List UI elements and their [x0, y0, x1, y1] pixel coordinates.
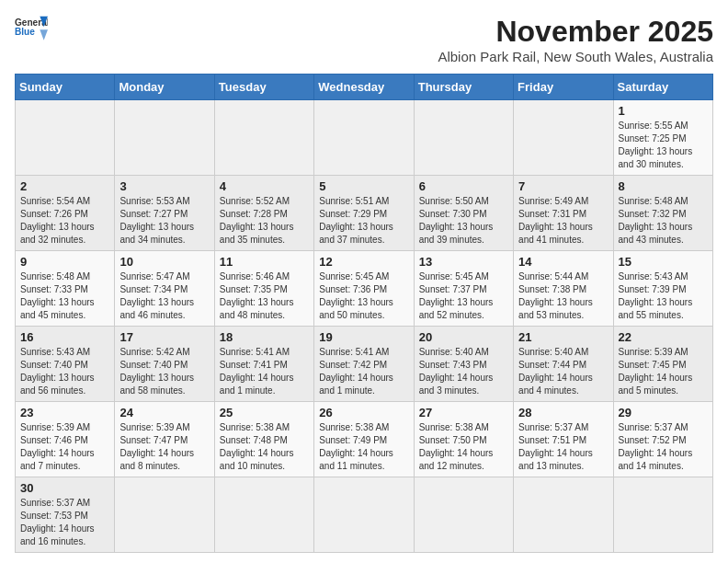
- day-number: 18: [220, 330, 309, 344]
- calendar-cell: 18Sunrise: 5:41 AM Sunset: 7:41 PM Dayli…: [214, 327, 313, 402]
- calendar-cell: [214, 477, 313, 553]
- weekday-header-saturday: Saturday: [613, 75, 712, 100]
- day-info: Sunrise: 5:48 AM Sunset: 7:33 PM Dayligh…: [20, 270, 109, 322]
- day-number: 30: [20, 481, 109, 495]
- weekday-header-monday: Monday: [115, 75, 214, 100]
- day-number: 20: [419, 330, 508, 344]
- logo: General Blue: [15, 15, 48, 40]
- calendar-cell: [613, 477, 712, 553]
- calendar-cell: [414, 477, 513, 553]
- day-info: Sunrise: 5:49 AM Sunset: 7:31 PM Dayligh…: [518, 195, 608, 247]
- day-info: Sunrise: 5:55 AM Sunset: 7:25 PM Dayligh…: [619, 120, 708, 171]
- day-number: 26: [319, 406, 408, 419]
- day-info: Sunrise: 5:50 AM Sunset: 7:30 PM Dayligh…: [419, 195, 508, 247]
- title-block: November 2025 Albion Park Rail, New Sout…: [438, 15, 713, 64]
- calendar-cell: [115, 100, 214, 176]
- day-info: Sunrise: 5:51 AM Sunset: 7:29 PM Dayligh…: [319, 195, 408, 247]
- calendar-cell: [414, 100, 513, 176]
- calendar-cell: [16, 100, 115, 176]
- calendar-week-6: 30Sunrise: 5:37 AM Sunset: 7:53 PM Dayli…: [16, 477, 713, 553]
- calendar-cell: [514, 477, 613, 553]
- calendar-cell: [115, 477, 214, 553]
- calendar-cell: 14Sunrise: 5:44 AM Sunset: 7:38 PM Dayli…: [514, 251, 613, 327]
- weekday-header-thursday: Thursday: [414, 75, 513, 100]
- header: General Blue November 2025 Albion Park R…: [15, 15, 713, 64]
- calendar-cell: [514, 100, 613, 176]
- day-number: 6: [419, 179, 508, 193]
- day-info: Sunrise: 5:48 AM Sunset: 7:32 PM Dayligh…: [619, 195, 708, 247]
- day-info: Sunrise: 5:41 AM Sunset: 7:41 PM Dayligh…: [220, 346, 309, 397]
- weekday-header-tuesday: Tuesday: [214, 75, 313, 100]
- page-wrapper: General Blue November 2025 Albion Park R…: [15, 15, 713, 553]
- day-number: 14: [518, 255, 608, 269]
- calendar-cell: 13Sunrise: 5:45 AM Sunset: 7:37 PM Dayli…: [414, 251, 513, 327]
- calendar-cell: 24Sunrise: 5:39 AM Sunset: 7:47 PM Dayli…: [115, 402, 214, 477]
- day-info: Sunrise: 5:41 AM Sunset: 7:42 PM Dayligh…: [319, 346, 408, 397]
- day-number: 21: [518, 330, 608, 344]
- day-number: 13: [419, 255, 508, 269]
- day-info: Sunrise: 5:38 AM Sunset: 7:48 PM Dayligh…: [220, 421, 309, 473]
- day-info: Sunrise: 5:40 AM Sunset: 7:43 PM Dayligh…: [419, 346, 508, 397]
- calendar-cell: 17Sunrise: 5:42 AM Sunset: 7:40 PM Dayli…: [115, 327, 214, 402]
- calendar-cell: 20Sunrise: 5:40 AM Sunset: 7:43 PM Dayli…: [414, 327, 513, 402]
- day-info: Sunrise: 5:45 AM Sunset: 7:36 PM Dayligh…: [319, 270, 408, 322]
- day-info: Sunrise: 5:47 AM Sunset: 7:34 PM Dayligh…: [119, 270, 209, 322]
- day-number: 19: [319, 330, 408, 344]
- day-info: Sunrise: 5:37 AM Sunset: 7:52 PM Dayligh…: [619, 421, 708, 473]
- logo-icon: General Blue: [15, 15, 48, 40]
- day-info: Sunrise: 5:52 AM Sunset: 7:28 PM Dayligh…: [220, 195, 309, 247]
- day-number: 27: [419, 406, 508, 419]
- calendar-cell: 2Sunrise: 5:54 AM Sunset: 7:26 PM Daylig…: [16, 176, 115, 251]
- calendar-cell: 22Sunrise: 5:39 AM Sunset: 7:45 PM Dayli…: [613, 327, 712, 402]
- calendar-week-4: 16Sunrise: 5:43 AM Sunset: 7:40 PM Dayli…: [16, 327, 713, 402]
- day-info: Sunrise: 5:54 AM Sunset: 7:26 PM Dayligh…: [20, 195, 109, 247]
- weekday-header-wednesday: Wednesday: [314, 75, 414, 100]
- calendar-cell: 7Sunrise: 5:49 AM Sunset: 7:31 PM Daylig…: [514, 176, 613, 251]
- calendar-cell: 3Sunrise: 5:53 AM Sunset: 7:27 PM Daylig…: [115, 176, 214, 251]
- day-info: Sunrise: 5:53 AM Sunset: 7:27 PM Dayligh…: [119, 195, 209, 247]
- calendar-cell: 21Sunrise: 5:40 AM Sunset: 7:44 PM Dayli…: [514, 327, 613, 402]
- day-info: Sunrise: 5:39 AM Sunset: 7:45 PM Dayligh…: [619, 346, 708, 397]
- day-number: 22: [619, 330, 708, 344]
- weekday-header-friday: Friday: [514, 75, 613, 100]
- calendar-cell: 9Sunrise: 5:48 AM Sunset: 7:33 PM Daylig…: [16, 251, 115, 327]
- calendar-week-2: 2Sunrise: 5:54 AM Sunset: 7:26 PM Daylig…: [16, 176, 713, 251]
- day-number: 3: [119, 179, 209, 193]
- day-number: 29: [619, 406, 708, 419]
- page-title: November 2025: [438, 15, 713, 49]
- calendar-cell: 11Sunrise: 5:46 AM Sunset: 7:35 PM Dayli…: [214, 251, 313, 327]
- calendar-cell: 8Sunrise: 5:48 AM Sunset: 7:32 PM Daylig…: [613, 176, 712, 251]
- day-info: Sunrise: 5:43 AM Sunset: 7:40 PM Dayligh…: [20, 346, 109, 397]
- day-number: 23: [20, 406, 109, 419]
- day-info: Sunrise: 5:37 AM Sunset: 7:53 PM Dayligh…: [20, 497, 109, 548]
- calendar-cell: 30Sunrise: 5:37 AM Sunset: 7:53 PM Dayli…: [16, 477, 115, 553]
- svg-marker-3: [40, 29, 48, 40]
- day-info: Sunrise: 5:40 AM Sunset: 7:44 PM Dayligh…: [518, 346, 608, 397]
- day-number: 9: [20, 255, 109, 269]
- day-info: Sunrise: 5:43 AM Sunset: 7:39 PM Dayligh…: [619, 270, 708, 322]
- day-info: Sunrise: 5:39 AM Sunset: 7:47 PM Dayligh…: [119, 421, 209, 473]
- day-number: 11: [220, 255, 309, 269]
- day-info: Sunrise: 5:46 AM Sunset: 7:35 PM Dayligh…: [220, 270, 309, 322]
- day-number: 1: [619, 104, 708, 118]
- calendar-cell: 23Sunrise: 5:39 AM Sunset: 7:46 PM Dayli…: [16, 402, 115, 477]
- day-number: 25: [220, 406, 309, 419]
- day-number: 16: [20, 330, 109, 344]
- calendar-cell: 15Sunrise: 5:43 AM Sunset: 7:39 PM Dayli…: [613, 251, 712, 327]
- calendar-cell: [214, 100, 313, 176]
- calendar-week-5: 23Sunrise: 5:39 AM Sunset: 7:46 PM Dayli…: [16, 402, 713, 477]
- day-number: 4: [220, 179, 309, 193]
- day-number: 28: [518, 406, 608, 419]
- day-info: Sunrise: 5:38 AM Sunset: 7:49 PM Dayligh…: [319, 421, 408, 473]
- day-info: Sunrise: 5:44 AM Sunset: 7:38 PM Dayligh…: [518, 270, 608, 322]
- day-number: 5: [319, 179, 408, 193]
- calendar-table: SundayMondayTuesdayWednesdayThursdayFrid…: [15, 74, 713, 553]
- day-number: 2: [20, 179, 109, 193]
- day-number: 10: [119, 255, 209, 269]
- day-info: Sunrise: 5:45 AM Sunset: 7:37 PM Dayligh…: [419, 270, 508, 322]
- calendar-cell: 1Sunrise: 5:55 AM Sunset: 7:25 PM Daylig…: [613, 100, 712, 176]
- calendar-cell: 5Sunrise: 5:51 AM Sunset: 7:29 PM Daylig…: [314, 176, 414, 251]
- calendar-cell: [314, 100, 414, 176]
- weekday-header-sunday: Sunday: [16, 75, 115, 100]
- calendar-cell: 16Sunrise: 5:43 AM Sunset: 7:40 PM Dayli…: [16, 327, 115, 402]
